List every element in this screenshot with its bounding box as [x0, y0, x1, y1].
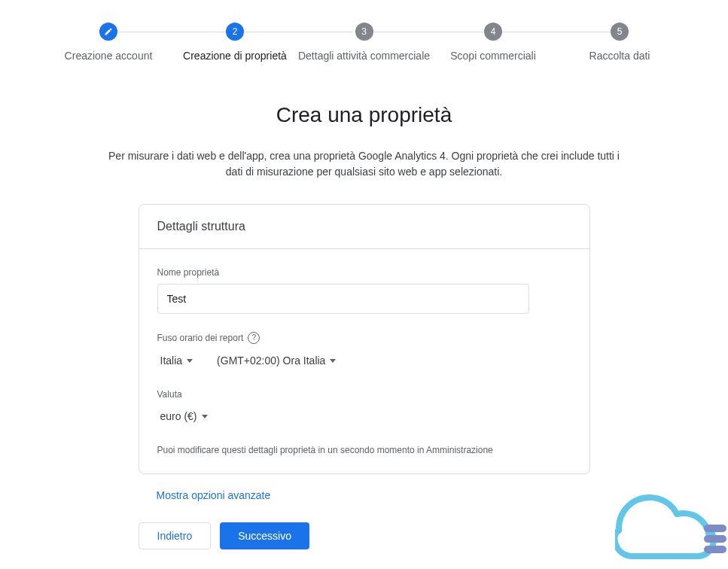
step-label: Creazione di proprietà: [183, 50, 287, 62]
step-account[interactable]: Creazione account: [45, 23, 172, 62]
stepper: Creazione account 2 Creazione di proprie…: [0, 0, 728, 62]
show-advanced-link[interactable]: Mostra opzioni avanzate: [139, 489, 590, 501]
chevron-down-icon: [187, 359, 193, 363]
page-subtitle: Per misurare i dati web e dell'app, crea…: [56, 148, 673, 180]
step-business-details: 3 Dettagli attività commerciale: [298, 23, 430, 62]
card-header: Dettagli struttura: [139, 205, 589, 249]
step-label: Dettagli attività commerciale: [298, 50, 430, 62]
chevron-down-icon: [330, 359, 336, 363]
timezone-label: Fuso orario dei report ?: [157, 332, 571, 344]
page-title: Crea una proprietà: [3, 103, 726, 127]
step-label: Creazione account: [65, 50, 153, 62]
back-button[interactable]: Indietro: [139, 522, 212, 549]
step-circle-completed: [99, 23, 117, 41]
step-data-collection: 5 Raccolta dati: [556, 23, 683, 62]
step-circle: 3: [355, 23, 373, 41]
step-label: Raccolta dati: [589, 50, 650, 62]
pencil-icon: [104, 27, 113, 36]
chevron-down-icon: [202, 415, 208, 418]
help-icon[interactable]: ?: [248, 332, 260, 344]
step-circle-active: 2: [226, 23, 244, 41]
property-details-card: Dettagli struttura Nome proprietà Fuso o…: [139, 204, 590, 474]
currency-label: Valuta: [157, 389, 571, 400]
currency-dropdown[interactable]: euro (€): [157, 406, 211, 427]
property-name-label: Nome proprietà: [157, 267, 571, 278]
next-button[interactable]: Successivo: [220, 522, 309, 549]
step-circle: 4: [484, 23, 502, 41]
step-circle: 5: [611, 23, 629, 41]
step-property[interactable]: 2 Creazione di proprietà: [172, 23, 298, 62]
step-business-objectives: 4 Scopi commerciali: [430, 23, 556, 62]
property-name-input[interactable]: [157, 284, 529, 314]
step-label: Scopi commerciali: [450, 50, 536, 62]
timezone-offset-dropdown[interactable]: (GMT+02:00) Ora Italia: [214, 350, 339, 371]
card-note: Puoi modificare questi dettagli propriet…: [157, 445, 571, 455]
timezone-country-dropdown[interactable]: Italia: [157, 350, 196, 371]
